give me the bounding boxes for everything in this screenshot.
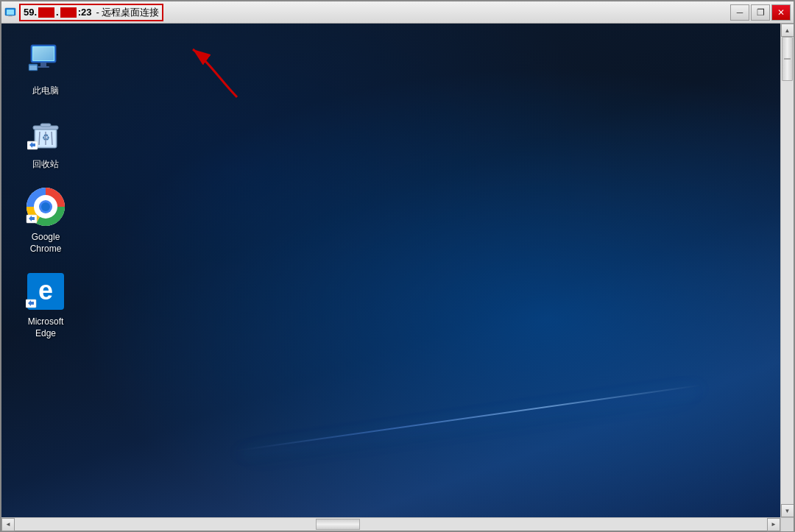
rdp-icon <box>4 7 16 18</box>
ip-dot: . <box>56 7 59 18</box>
main-area: 此电脑 <box>1 24 794 517</box>
window-frame: 59. . :23 - 远程桌面连接 ─ ❐ ✕ <box>0 0 795 532</box>
arrow-annotation <box>178 46 266 104</box>
svg-rect-1 <box>7 10 14 15</box>
ip-redblock-2 <box>60 7 77 18</box>
bottom-scroll-thumb[interactable] <box>316 519 360 530</box>
scrollbar-corner <box>780 518 794 531</box>
restore-button[interactable]: ❐ <box>751 4 770 21</box>
desktop-icon-recycle-bin[interactable]: ♻ 回收站 <box>16 112 75 171</box>
this-pc-label: 此电脑 <box>32 85 59 97</box>
desktop-content[interactable]: 此电脑 <box>1 24 780 517</box>
recycle-bin-label: 回收站 <box>32 159 59 171</box>
desktop-icon-edge[interactable]: e Microsoft Edge <box>16 269 75 339</box>
right-scrollbar: ▲ ▼ <box>780 24 794 517</box>
ip-redblock-1 <box>38 7 54 18</box>
bottom-scroll-track[interactable] <box>15 518 767 531</box>
svg-text:♻: ♻ <box>42 132 50 143</box>
scroll-thumb[interactable] <box>782 37 793 81</box>
title-text: - 远程桌面连接 <box>96 6 160 19</box>
title-bar-text-container: 59. . :23 - 远程桌面连接 <box>19 4 163 21</box>
svg-rect-11 <box>29 65 37 70</box>
svg-rect-9 <box>38 66 49 68</box>
ip-suffix: :23 <box>78 7 92 18</box>
chrome-svg <box>26 187 66 227</box>
svg-point-25 <box>41 202 50 211</box>
bottom-scrollbar-area: ◄ ► <box>1 517 794 531</box>
edge-icon-img: e <box>24 269 68 313</box>
edge-svg: e <box>26 272 66 311</box>
recycle-bin-icon-img: ♻ <box>24 112 68 156</box>
svg-line-16 <box>39 132 40 145</box>
scroll-up-button[interactable]: ▲ <box>781 24 794 37</box>
svg-rect-7 <box>33 47 54 60</box>
title-bar-controls: ─ ❐ ✕ <box>730 4 791 21</box>
svg-rect-8 <box>40 63 46 66</box>
scroll-right-button[interactable]: ► <box>767 518 780 531</box>
chrome-icon-img <box>24 185 68 229</box>
chrome-label: Google Chrome <box>16 232 75 255</box>
this-pc-svg <box>27 42 64 79</box>
desktop-icon-this-pc[interactable]: 此电脑 <box>16 38 75 97</box>
scroll-left-button[interactable]: ◄ <box>1 518 15 531</box>
desktop-background <box>1 24 780 517</box>
svg-rect-3 <box>8 16 13 17</box>
ip-prefix: 59. <box>24 7 37 18</box>
minimize-button[interactable]: ─ <box>730 4 749 21</box>
recycle-bin-svg: ♻ <box>27 116 64 152</box>
svg-line-18 <box>52 132 52 145</box>
desktop-icons: 此电脑 <box>16 38 75 340</box>
title-bar: 59. . :23 - 远程桌面连接 ─ ❐ ✕ <box>1 1 794 24</box>
scroll-thumb-indicator <box>784 58 791 60</box>
edge-label: Microsoft Edge <box>16 316 75 339</box>
this-pc-icon-img <box>24 38 68 82</box>
scroll-down-button[interactable]: ▼ <box>781 504 794 517</box>
scroll-track[interactable] <box>781 37 794 504</box>
desktop-icon-chrome[interactable]: Google Chrome <box>16 185 75 255</box>
svg-rect-15 <box>40 124 51 127</box>
svg-text:e: e <box>38 275 53 305</box>
close-button[interactable]: ✕ <box>771 4 791 21</box>
svg-rect-2 <box>9 15 12 16</box>
